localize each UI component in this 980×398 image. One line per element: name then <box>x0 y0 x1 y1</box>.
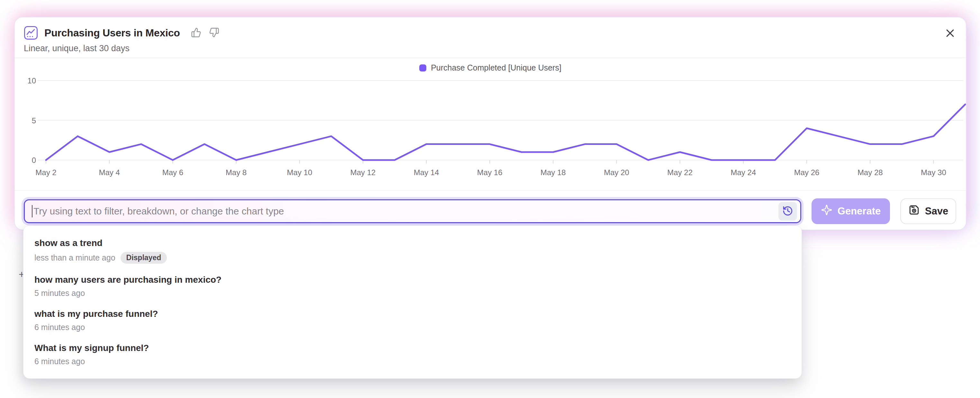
history-query: how many users are purchasing in mexico? <box>34 274 791 285</box>
history-item[interactable]: how many users are purchasing in mexico?… <box>24 269 802 303</box>
thumbs-up-icon <box>191 27 201 38</box>
thumbs-up-button[interactable] <box>191 27 201 38</box>
svg-text:May 30: May 30 <box>921 168 946 177</box>
close-icon <box>945 28 956 40</box>
prompt-bar: Try using text to filter, breakdown, or … <box>24 198 956 224</box>
history-query: show as a trend <box>34 237 791 249</box>
thumbs-down-icon <box>209 27 219 38</box>
svg-text:May 20: May 20 <box>604 168 629 177</box>
ai-prompt-input[interactable]: Try using text to filter, breakdown, or … <box>24 199 801 223</box>
history-button[interactable] <box>778 202 797 221</box>
svg-text:May 12: May 12 <box>350 168 376 177</box>
svg-text:May 26: May 26 <box>794 168 819 177</box>
history-time: 6 minutes ago <box>34 323 85 332</box>
chart-subtitle: Linear, unique, last 30 days <box>24 43 957 53</box>
svg-text:5: 5 <box>32 116 36 125</box>
trend-chart-icon <box>24 26 38 40</box>
prompt-placeholder: Try using text to filter, breakdown, or … <box>33 206 778 217</box>
svg-text:May 22: May 22 <box>667 168 692 177</box>
svg-text:10: 10 <box>27 76 36 85</box>
history-item[interactable]: What is my signup funnel? 6 minutes ago <box>24 337 802 371</box>
svg-text:May 4: May 4 <box>99 168 119 177</box>
history-clock-icon <box>782 205 793 217</box>
history-item[interactable]: show as a trend less than a minute ago D… <box>24 232 802 269</box>
chart-area: Purchase Completed [Unique Users] 0510Ma… <box>15 58 966 186</box>
history-time: 6 minutes ago <box>34 357 85 366</box>
feedback-buttons <box>191 27 219 38</box>
history-dropdown: show as a trend less than a minute ago D… <box>23 225 802 379</box>
close-button[interactable] <box>945 28 956 40</box>
svg-text:May 18: May 18 <box>541 168 566 177</box>
chart-divider <box>15 190 966 191</box>
displayed-badge: Displayed <box>121 252 167 264</box>
svg-text:0: 0 <box>32 156 36 165</box>
generate-button-label: Generate <box>838 205 881 217</box>
svg-text:May 28: May 28 <box>858 168 883 177</box>
svg-text:May 16: May 16 <box>477 168 503 177</box>
card-header: Purchasing Users in Mexico <box>24 26 956 40</box>
svg-text:May 14: May 14 <box>414 168 439 177</box>
history-query: What is my signup funnel? <box>34 342 791 353</box>
svg-text:May 2: May 2 <box>35 168 56 177</box>
history-meta: less than a minute ago Displayed <box>34 252 791 264</box>
chart-title: Purchasing Users in Mexico <box>45 27 180 39</box>
sparkle-icon <box>821 204 832 218</box>
generate-button[interactable]: Generate <box>811 198 890 224</box>
history-item[interactable]: what is my purchase funnel? 6 minutes ag… <box>24 303 802 337</box>
svg-text:May 10: May 10 <box>287 168 312 177</box>
save-disk-icon <box>908 204 920 218</box>
text-caret <box>32 205 32 217</box>
app-background: Purchasing Users in Mexico <box>0 0 980 398</box>
legend-swatch <box>419 64 426 72</box>
history-time: less than a minute ago <box>34 253 115 262</box>
history-meta: 5 minutes ago <box>34 289 791 298</box>
history-meta: 6 minutes ago <box>34 357 791 366</box>
history-query: what is my purchase funnel? <box>34 308 791 320</box>
trend-line-chart: 0510May 2May 4May 6May 8May 10May 12May … <box>15 58 967 186</box>
legend-label: Purchase Completed [Unique Users] <box>431 63 562 72</box>
thumbs-down-button[interactable] <box>209 27 219 38</box>
history-time: 5 minutes ago <box>34 289 85 298</box>
svg-text:May 6: May 6 <box>162 168 183 177</box>
save-button-label: Save <box>925 205 948 217</box>
ai-chart-card: Purchasing Users in Mexico <box>14 17 967 230</box>
history-meta: 6 minutes ago <box>34 323 791 332</box>
chart-legend: Purchase Completed [Unique Users] <box>15 63 966 72</box>
save-button[interactable]: Save <box>900 198 956 224</box>
svg-text:May 8: May 8 <box>226 168 247 177</box>
svg-text:May 24: May 24 <box>731 168 756 177</box>
